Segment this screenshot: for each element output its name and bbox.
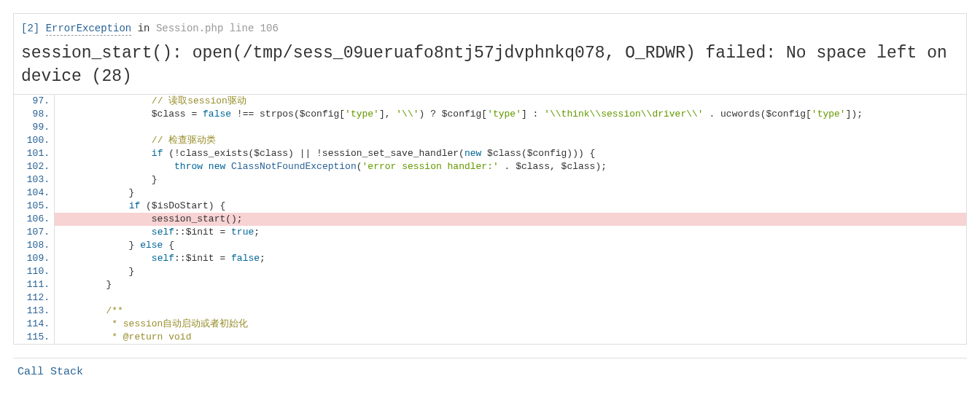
code-line: throw new ClassNotFoundException('error … bbox=[55, 160, 966, 173]
error-header: [2] ErrorException in Session.php line 1… bbox=[14, 14, 966, 94]
error-meta: [2] ErrorException in Session.php line 1… bbox=[21, 23, 959, 34]
code-line: * @return void bbox=[55, 331, 966, 344]
line-number: 102. bbox=[14, 160, 54, 173]
line-number: 101. bbox=[14, 147, 54, 160]
line-number: 111. bbox=[14, 278, 54, 291]
code-line: } else { bbox=[55, 239, 966, 252]
code-line bbox=[55, 291, 966, 305]
code-line: if ($isDoStart) { bbox=[55, 200, 966, 213]
line-number: 98. bbox=[14, 108, 54, 121]
code-line: // 检查驱动类 bbox=[55, 134, 966, 147]
line-number: 113. bbox=[14, 305, 54, 318]
line-number: 108. bbox=[14, 239, 54, 252]
line-number: 112. bbox=[14, 291, 54, 305]
line-number: 107. bbox=[14, 226, 54, 239]
line-numbers: 97.98.99.100.101.102.103.104.105.106.107… bbox=[14, 95, 55, 344]
code-line: } bbox=[55, 265, 966, 278]
code-line: } bbox=[55, 187, 966, 200]
line-number: 115. bbox=[14, 331, 54, 344]
error-code: [2] bbox=[21, 23, 39, 34]
code-line: self::$init = false; bbox=[55, 252, 966, 265]
line-number: 110. bbox=[14, 265, 54, 278]
exception-name[interactable]: ErrorException bbox=[46, 23, 132, 36]
code-line: self::$init = true; bbox=[55, 226, 966, 239]
code-line: session_start(); bbox=[55, 213, 966, 226]
in-text: in bbox=[138, 23, 150, 34]
line-number: 114. bbox=[14, 318, 54, 331]
code-line bbox=[55, 121, 966, 134]
code-line: * session自动启动或者初始化 bbox=[55, 318, 966, 331]
code-lines: // 读取session驱动 $class = false !== strpos… bbox=[55, 95, 966, 344]
line-number: 105. bbox=[14, 200, 54, 213]
code-block: 97.98.99.100.101.102.103.104.105.106.107… bbox=[14, 94, 966, 344]
file-info: Session.php line 106 bbox=[156, 23, 279, 34]
error-panel: [2] ErrorException in Session.php line 1… bbox=[13, 13, 967, 345]
code-line: /** bbox=[55, 305, 966, 318]
code-line: } bbox=[55, 173, 966, 187]
code-line: } bbox=[55, 278, 966, 291]
line-number: 109. bbox=[14, 252, 54, 265]
call-stack-header[interactable]: Call Stack bbox=[13, 358, 967, 385]
code-line: if (!class_exists($class) || !session_se… bbox=[55, 147, 966, 160]
code-line: $class = false !== strpos($config['type'… bbox=[55, 108, 966, 121]
line-number: 97. bbox=[14, 95, 54, 108]
line-number: 100. bbox=[14, 134, 54, 147]
line-number: 104. bbox=[14, 187, 54, 200]
line-number: 103. bbox=[14, 173, 54, 187]
line-number: 106. bbox=[14, 213, 54, 226]
error-message: session_start(): open(/tmp/sess_09ueruaf… bbox=[21, 42, 959, 88]
code-line: // 读取session驱动 bbox=[55, 95, 966, 108]
line-number: 99. bbox=[14, 121, 54, 134]
